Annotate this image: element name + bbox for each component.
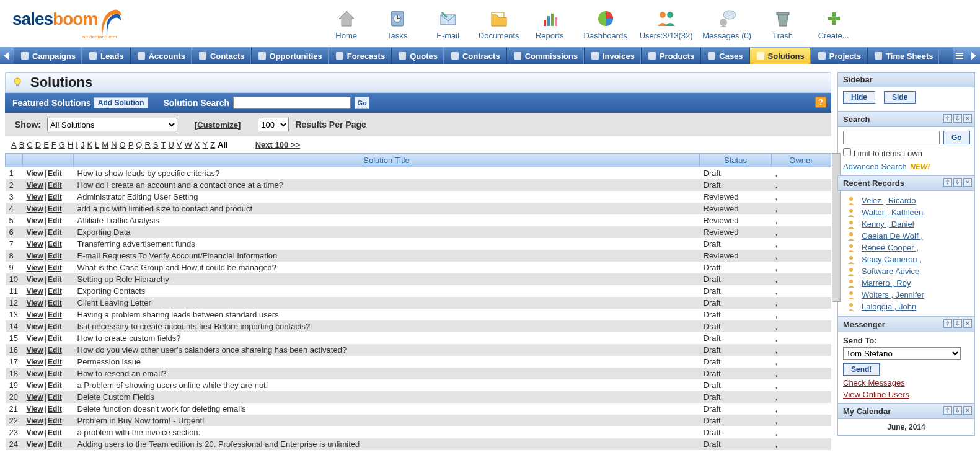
nav-right-arrow[interactable]	[966, 48, 980, 64]
alpha-O[interactable]: O	[120, 140, 126, 149]
panel-close-icon[interactable]: ×	[963, 178, 972, 187]
view-link[interactable]: View	[27, 205, 43, 213]
edit-link[interactable]: Edit	[48, 334, 62, 343]
add-solution-button[interactable]: Add Solution	[94, 97, 149, 108]
view-link[interactable]: View	[27, 322, 43, 331]
hide-button[interactable]: Hide	[843, 91, 875, 104]
app-reports[interactable]: Reports	[525, 7, 575, 40]
tab-time-sheets[interactable]: Time Sheets	[867, 48, 939, 64]
per-page-select[interactable]: 100	[258, 118, 289, 131]
alpha-Z[interactable]: Z	[210, 140, 215, 149]
view-link[interactable]: View	[27, 358, 43, 366]
panel-down-icon[interactable]: ⇩	[953, 319, 962, 328]
edit-link[interactable]: Edit	[48, 169, 62, 178]
panel-up-icon[interactable]: ⇧	[943, 114, 952, 123]
edit-link[interactable]: Edit	[48, 181, 62, 190]
edit-link[interactable]: Edit	[48, 417, 62, 425]
sidebar-search-go[interactable]: Go	[943, 131, 970, 144]
alpha-A[interactable]: A	[11, 140, 17, 149]
app-tasks[interactable]: Tasks	[373, 7, 422, 40]
alpha-I[interactable]: I	[76, 140, 78, 149]
app-email[interactable]: E-mail	[423, 7, 473, 40]
tab-invoices[interactable]: Invoices	[584, 48, 641, 64]
recent-link[interactable]: Renee Cooper ,	[862, 243, 919, 252]
col-status[interactable]: Status	[724, 156, 747, 165]
customize-link[interactable]: [Customize]	[195, 120, 241, 130]
panel-up-icon[interactable]: ⇧	[943, 406, 952, 415]
tab-contacts[interactable]: Contacts	[192, 48, 251, 64]
alpha-T[interactable]: T	[161, 140, 166, 149]
check-messages-link[interactable]: Check Messages	[843, 378, 969, 387]
alpha-H[interactable]: H	[68, 140, 73, 149]
panel-up-icon[interactable]: ⇧	[943, 319, 952, 328]
sidebar-search-input[interactable]	[843, 131, 940, 144]
edit-link[interactable]: Edit	[48, 252, 62, 260]
view-link[interactable]: View	[27, 393, 43, 402]
alpha-L[interactable]: L	[95, 140, 99, 149]
solution-search-go[interactable]: Go	[355, 97, 369, 109]
alpha-J[interactable]: J	[81, 140, 85, 149]
panel-close-icon[interactable]: ×	[963, 406, 972, 415]
view-link[interactable]: View	[27, 252, 43, 260]
app-users[interactable]: Users:3/13(32)	[637, 7, 696, 40]
recent-link[interactable]: Walter , Kathleen	[862, 208, 923, 217]
edit-link[interactable]: Edit	[48, 228, 62, 237]
nav-left-arrow[interactable]	[0, 48, 14, 64]
edit-link[interactable]: Edit	[48, 405, 62, 413]
tab-opportunities[interactable]: Opportunities	[251, 48, 329, 64]
app-messages[interactable]: Messages (0)	[697, 7, 757, 40]
edit-link[interactable]: Edit	[48, 216, 62, 225]
edit-link[interactable]: Edit	[48, 263, 62, 272]
recent-link[interactable]: Gaelan De Wolf ,	[862, 231, 923, 241]
col-title[interactable]: Solution Title	[363, 156, 409, 165]
edit-link[interactable]: Edit	[48, 299, 62, 307]
edit-link[interactable]: Edit	[48, 369, 62, 378]
panel-down-icon[interactable]: ⇩	[953, 114, 962, 123]
side-button[interactable]: Side	[884, 91, 916, 104]
view-link[interactable]: View	[27, 216, 43, 225]
alpha-X[interactable]: X	[195, 140, 200, 149]
tab-accounts[interactable]: Accounts	[130, 48, 192, 64]
send-to-select[interactable]: Tom Stefano	[843, 347, 961, 360]
alpha-B[interactable]: B	[19, 140, 25, 149]
view-link[interactable]: View	[27, 287, 43, 296]
alpha-M[interactable]: M	[102, 140, 108, 149]
edit-link[interactable]: Edit	[48, 428, 62, 437]
tab-campaigns[interactable]: Campaigns	[14, 48, 82, 64]
logo[interactable]: salesboom on demand crm	[12, 8, 123, 40]
alpha-G[interactable]: G	[59, 140, 65, 149]
view-link[interactable]: View	[27, 381, 43, 390]
panel-close-icon[interactable]: ×	[963, 319, 972, 328]
tab-commissions[interactable]: Commissions	[506, 48, 584, 64]
alpha-D[interactable]: D	[35, 140, 41, 149]
tab-contracts[interactable]: Contracts	[444, 48, 506, 64]
edit-link[interactable]: Edit	[48, 358, 62, 366]
edit-link[interactable]: Edit	[48, 240, 62, 249]
app-create[interactable]: Create...	[809, 7, 859, 40]
app-trash[interactable]: Trash	[758, 7, 808, 40]
tab-products[interactable]: Products	[641, 48, 700, 64]
alpha-W[interactable]: W	[185, 140, 192, 149]
edit-link[interactable]: Edit	[48, 275, 62, 284]
recent-link[interactable]: Stacy Cameron ,	[862, 255, 922, 264]
advanced-search-link[interactable]: Advanced Search	[843, 162, 907, 171]
view-link[interactable]: View	[27, 193, 43, 201]
panel-close-icon[interactable]: ×	[963, 114, 972, 123]
view-link[interactable]: View	[27, 440, 43, 449]
panel-up-icon[interactable]: ⇧	[943, 178, 952, 187]
recent-link[interactable]: Marrero , Roy	[862, 278, 911, 288]
send-button[interactable]: Send!	[843, 363, 880, 376]
edit-link[interactable]: Edit	[48, 287, 62, 296]
view-link[interactable]: View	[27, 334, 43, 343]
edit-link[interactable]: Edit	[48, 440, 62, 449]
alpha-C[interactable]: C	[27, 140, 32, 149]
tab-leads[interactable]: Leads	[82, 48, 130, 64]
recent-link[interactable]: Kenny , Daniel	[862, 219, 914, 229]
alpha-Q[interactable]: Q	[136, 140, 142, 149]
alpha-P[interactable]: P	[128, 140, 134, 149]
app-home[interactable]: Home	[322, 7, 371, 40]
view-link[interactable]: View	[27, 346, 43, 355]
view-online-link[interactable]: View Online Users	[843, 390, 969, 399]
alpha-E[interactable]: E	[43, 140, 49, 149]
alpha-K[interactable]: K	[87, 140, 92, 149]
